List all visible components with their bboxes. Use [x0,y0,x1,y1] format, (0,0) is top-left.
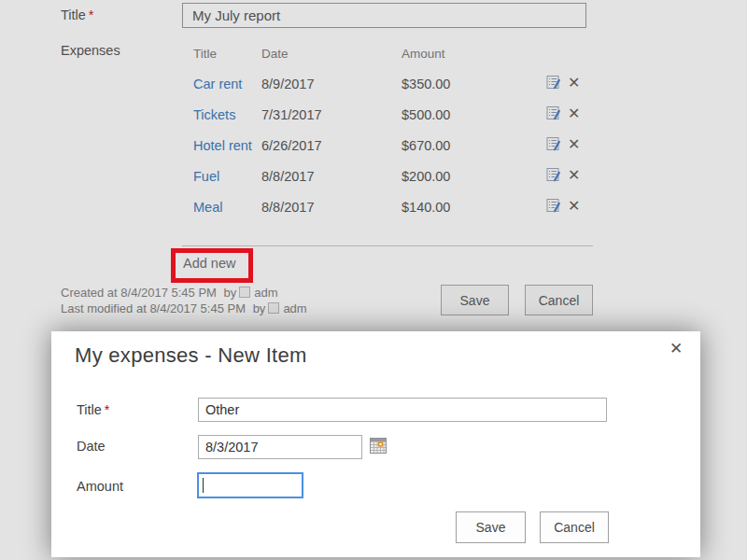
modal-save-button[interactable]: Save [456,511,526,543]
modal-title-label: Title* [77,402,110,417]
dialog-title: My expenses - New Item [75,343,307,368]
modal-date-input[interactable] [198,435,362,459]
required-asterisk: * [105,402,110,417]
modal-amount-input[interactable] [197,472,303,498]
modal-date-label: Date [77,439,106,454]
add-new-highlight-annotation [171,248,253,283]
screen: Title* Expenses Title Date Amount Car re… [0,0,747,560]
modal-title-label-text: Title [77,402,102,417]
close-icon[interactable]: ✕ [666,337,686,360]
calendar-icon[interactable] [370,438,388,455]
new-item-dialog: My expenses - New Item ✕ Title* Date Amo… [51,331,700,557]
modal-amount-label: Amount [77,479,123,494]
modal-title-input[interactable] [198,398,607,422]
text-caret [203,478,204,493]
modal-cancel-button[interactable]: Cancel [540,511,609,543]
